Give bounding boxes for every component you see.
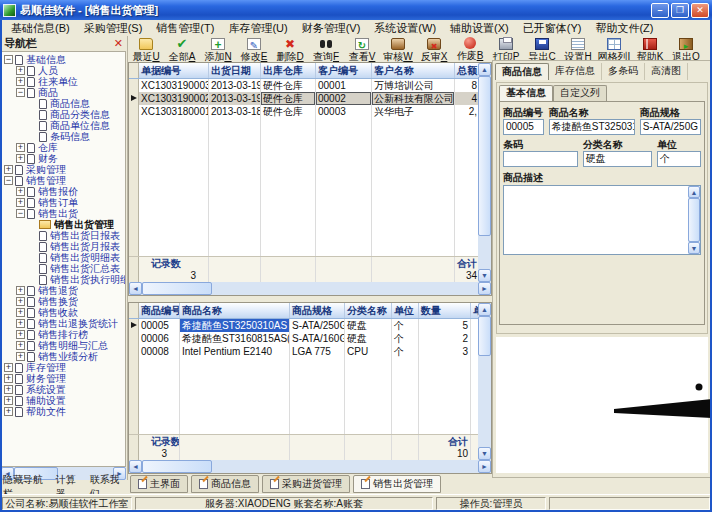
expand-icon[interactable]: + [16,308,25,317]
tree-item[interactable]: +销售报价 [2,186,125,197]
expand-icon[interactable]: + [16,286,25,295]
tree-item[interactable]: +销售排行榜 [2,329,125,340]
toolbar-button-view[interactable]: 查看V [344,37,380,64]
scroll-down-icon[interactable]: ▼ [688,242,700,254]
tree-item[interactable]: −销售管理 [2,175,125,186]
toolbar-button-add[interactable]: 添加N [200,37,236,64]
tab-purchase-receipt-mgmt[interactable]: 采购进货管理 [262,475,350,493]
tree-item[interactable]: 销售出货汇总表 [2,263,125,274]
tree-item[interactable]: 商品信息 [2,98,125,109]
restore-button[interactable]: ❐ [671,3,689,18]
toolbar-button-query[interactable]: 查询F [308,37,344,64]
column-header[interactable]: 商品规格 [290,303,345,318]
tree-item-selected[interactable]: 销售出货管理 [2,219,125,230]
expand-icon[interactable]: + [4,385,13,394]
expand-icon[interactable]: + [16,319,25,328]
scroll-up-icon[interactable]: ▲ [478,303,491,316]
tree-item[interactable]: 商品分类信息 [2,109,125,120]
tree-item[interactable]: +销售换货 [2,296,125,307]
column-header[interactable]: 单位 [392,303,419,318]
column-header[interactable]: 客户名称 [372,63,455,78]
menu-item-base-info[interactable]: 基础信息(B) [4,20,77,37]
menu-item-purchase-mgmt[interactable]: 采购管理(S) [77,20,150,37]
tree-item[interactable]: −基础信息 [2,54,125,65]
expand-icon[interactable]: + [16,187,25,196]
expand-icon[interactable]: + [4,407,13,416]
expand-icon[interactable]: + [16,198,25,207]
column-header[interactable]: 分类名称 [345,303,392,318]
collapse-icon[interactable]: − [4,55,13,64]
collapse-icon[interactable]: − [4,176,13,185]
column-header[interactable]: 单价 [471,303,478,318]
tab-product-info[interactable]: 商品信息 [191,475,259,493]
toolbar-button-approve[interactable]: 审核W [380,37,416,64]
tree-item[interactable]: +销售业绩分析 [2,351,125,362]
product-code-field[interactable]: 00005 [503,119,544,135]
tree-item[interactable]: +销售明细与汇总 [2,340,125,351]
expand-icon[interactable]: + [16,297,25,306]
tree-item[interactable]: +系统设置 [2,384,125,395]
tree-item[interactable]: 销售出货日报表 [2,230,125,241]
expand-icon[interactable]: + [16,154,25,163]
tab-custom-columns[interactable]: 自定义列 [553,85,607,101]
horizontal-scrollbar[interactable]: ◄► [129,282,491,295]
table-row[interactable]: 00008Intel Pentium E2140LGA 775CPU个3 [129,345,478,358]
table-row[interactable]: XC13031900032013-03-19硬件仓库00001万博培训公司8 [129,79,478,92]
scrollbar-thumb[interactable] [142,282,212,295]
minimize-button[interactable]: – [651,3,669,18]
expand-icon[interactable]: + [16,143,25,152]
category-field[interactable]: 硬盘 [583,151,652,167]
tree-item[interactable]: +辅助设置 [2,395,125,406]
tree-item[interactable]: +销售出退换货统计 [2,318,125,329]
column-header[interactable]: 商品编号 [139,303,180,318]
expand-icon[interactable]: + [16,77,25,86]
tab-main-screen[interactable]: 主界面 [130,475,188,493]
menu-item-sales-mgmt[interactable]: 销售管理(T) [149,20,221,37]
tree-item[interactable]: +库存管理 [2,362,125,373]
table-row[interactable]: XC13031800012013-03-18硬件仓库00003兴华电子2, [129,105,478,118]
expand-icon[interactable]: + [16,330,25,339]
tab-hd-image[interactable]: 高清图 [645,63,688,80]
toolbar-button-edit[interactable]: 修改E [236,37,272,64]
horizontal-scrollbar[interactable]: ◄► [129,460,491,473]
close-button[interactable]: ✕ [691,3,709,18]
tree-item[interactable]: +往来单位 [2,76,125,87]
column-header[interactable]: 单据编号 [139,63,209,78]
toolbar-button-void[interactable]: 作废B [452,37,488,63]
column-header[interactable]: 出货日期 [209,63,261,78]
tree-item[interactable]: 销售出货明细表 [2,252,125,263]
menu-item-help-files[interactable]: 帮助文件(Z) [588,20,660,37]
toolbar-button-unapprove[interactable]: 反审X [416,37,452,64]
vertical-scrollbar[interactable]: ▲▼ [478,303,491,460]
table-row[interactable]: XC13031900022013-03-19硬件仓库00002公新科技有限公司4 [129,92,478,105]
tree-item[interactable]: +仓库 [2,142,125,153]
product-name-field[interactable]: 希捷酷鱼ST3250310AS [549,119,635,135]
vertical-scrollbar[interactable]: ▲▼ [478,63,491,282]
tab-stock-info[interactable]: 库存信息 [549,63,602,80]
table-row[interactable]: 00005希捷酷鱼ST3250310ASS-ATA/250G硬盘个5 [129,319,478,332]
collapse-icon[interactable]: − [16,209,25,218]
expand-icon[interactable]: + [16,341,25,350]
scroll-down-icon[interactable]: ▼ [478,269,491,282]
tree-item[interactable]: 销售出货月报表 [2,241,125,252]
scroll-down-icon[interactable]: ▼ [478,447,491,460]
column-header[interactable]: 数量 [419,303,471,318]
menu-item-open-windows[interactable]: 已开窗体(Y) [516,20,589,37]
tree-item[interactable]: +帮助文件 [2,406,125,417]
tab-basic-info[interactable]: 基本信息 [499,85,553,101]
expand-icon[interactable]: + [4,363,13,372]
scrollbar-thumb[interactable] [478,76,491,236]
tab-sales-shipment-mgmt[interactable]: 销售出货管理 [353,475,441,493]
column-header[interactable]: 客户编号 [316,63,372,78]
tree-item[interactable]: +销售收款 [2,307,125,318]
unit-field[interactable]: 个 [657,151,701,167]
toolbar-button-all[interactable]: 全部A [164,37,200,64]
scroll-up-icon[interactable]: ▲ [688,186,700,198]
menu-item-system-settings[interactable]: 系统设置(W) [367,20,443,37]
column-header[interactable]: 商品名称 [180,303,290,318]
expand-icon[interactable]: + [4,396,13,405]
scrollbar-thumb[interactable] [688,198,700,242]
scroll-up-icon[interactable]: ▲ [478,63,491,76]
scroll-right-icon[interactable]: ► [478,282,491,295]
scroll-right-icon[interactable]: ► [478,460,491,473]
